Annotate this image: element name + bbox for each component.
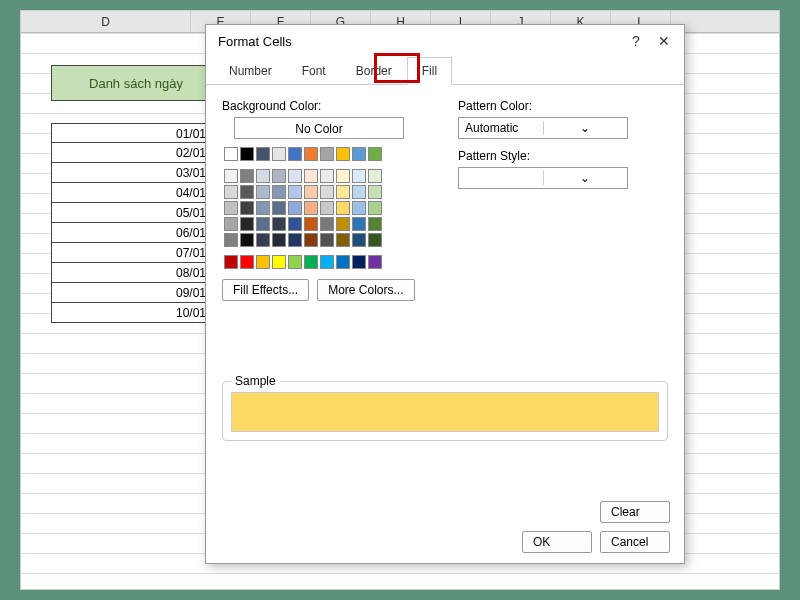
color-swatch[interactable] xyxy=(240,255,254,269)
table-header[interactable]: Danh sách ngày xyxy=(51,65,221,101)
tab-number[interactable]: Number xyxy=(214,57,287,85)
color-swatch[interactable] xyxy=(336,201,350,215)
color-swatch[interactable] xyxy=(224,185,238,199)
color-swatch[interactable] xyxy=(336,217,350,231)
tab-font[interactable]: Font xyxy=(287,57,341,85)
color-swatch[interactable] xyxy=(288,201,302,215)
color-swatch[interactable] xyxy=(352,217,366,231)
color-swatch[interactable] xyxy=(320,169,334,183)
table-row[interactable]: 05/01/2 xyxy=(51,203,221,223)
color-swatch[interactable] xyxy=(304,201,318,215)
color-swatch[interactable] xyxy=(240,169,254,183)
color-swatch[interactable] xyxy=(224,147,238,161)
color-swatch[interactable] xyxy=(240,201,254,215)
color-swatch[interactable] xyxy=(288,233,302,247)
pattern-color-dropdown[interactable]: Automatic ⌄ xyxy=(458,117,628,139)
no-color-button[interactable]: No Color xyxy=(234,117,404,139)
color-swatch[interactable] xyxy=(272,201,286,215)
ok-button[interactable]: OK xyxy=(522,531,592,553)
pattern-style-dropdown[interactable]: ⌄ xyxy=(458,167,628,189)
color-swatch[interactable] xyxy=(224,255,238,269)
table-row[interactable]: 01/01/2 xyxy=(51,123,221,143)
tab-border[interactable]: Border xyxy=(341,57,407,85)
color-swatch[interactable] xyxy=(272,147,286,161)
color-swatch[interactable] xyxy=(288,169,302,183)
color-swatch[interactable] xyxy=(320,147,334,161)
table-row[interactable]: 07/01/2 xyxy=(51,243,221,263)
color-swatch[interactable] xyxy=(320,217,334,231)
color-swatch[interactable] xyxy=(240,233,254,247)
color-swatch[interactable] xyxy=(336,147,350,161)
pattern-color-value: Automatic xyxy=(459,121,543,135)
color-swatch[interactable] xyxy=(224,201,238,215)
dialog-titlebar: Format Cells ? ✕ xyxy=(206,25,684,57)
table-row[interactable]: 03/01/2 xyxy=(51,163,221,183)
color-swatch[interactable] xyxy=(224,169,238,183)
close-button[interactable]: ✕ xyxy=(650,27,678,55)
dialog-tabs: Number Font Border Fill xyxy=(206,57,684,85)
color-swatch[interactable] xyxy=(256,217,270,231)
color-swatch[interactable] xyxy=(352,201,366,215)
color-swatch[interactable] xyxy=(320,255,334,269)
color-swatch[interactable] xyxy=(240,185,254,199)
color-swatch[interactable] xyxy=(272,169,286,183)
table-row[interactable]: 06/01/2 xyxy=(51,223,221,243)
color-swatch[interactable] xyxy=(352,169,366,183)
table-row[interactable]: 02/01/2 xyxy=(51,143,221,163)
color-swatch[interactable] xyxy=(272,217,286,231)
color-swatch[interactable] xyxy=(288,255,302,269)
table-row[interactable]: 08/01/2 xyxy=(51,263,221,283)
color-swatch[interactable] xyxy=(240,147,254,161)
color-swatch[interactable] xyxy=(336,233,350,247)
color-swatch[interactable] xyxy=(304,169,318,183)
color-swatch[interactable] xyxy=(368,255,382,269)
dialog-title: Format Cells xyxy=(218,34,622,49)
color-swatch[interactable] xyxy=(336,255,350,269)
color-swatch[interactable] xyxy=(304,147,318,161)
color-swatch[interactable] xyxy=(304,185,318,199)
help-button[interactable]: ? xyxy=(622,27,650,55)
color-swatch[interactable] xyxy=(320,185,334,199)
color-swatch[interactable] xyxy=(368,185,382,199)
color-swatch[interactable] xyxy=(256,147,270,161)
more-colors-button[interactable]: More Colors... xyxy=(317,279,414,301)
color-swatch[interactable] xyxy=(256,233,270,247)
color-swatch[interactable] xyxy=(352,147,366,161)
color-swatch[interactable] xyxy=(224,217,238,231)
color-swatch[interactable] xyxy=(352,185,366,199)
color-swatch[interactable] xyxy=(288,185,302,199)
color-swatch[interactable] xyxy=(272,185,286,199)
color-swatch[interactable] xyxy=(288,147,302,161)
color-swatch[interactable] xyxy=(368,147,382,161)
color-swatch[interactable] xyxy=(320,201,334,215)
color-swatch[interactable] xyxy=(304,233,318,247)
clear-button[interactable]: Clear xyxy=(600,501,670,523)
fill-effects-button[interactable]: Fill Effects... xyxy=(222,279,309,301)
color-swatch[interactable] xyxy=(352,255,366,269)
table-row[interactable]: 09/01/2 xyxy=(51,283,221,303)
table-row[interactable]: 10/01/2 xyxy=(51,303,221,323)
color-swatch[interactable] xyxy=(288,217,302,231)
color-swatch[interactable] xyxy=(336,185,350,199)
color-swatch[interactable] xyxy=(224,233,238,247)
color-swatch[interactable] xyxy=(368,233,382,247)
color-swatch[interactable] xyxy=(368,217,382,231)
color-swatch[interactable] xyxy=(304,217,318,231)
color-swatch[interactable] xyxy=(256,169,270,183)
column-header[interactable]: D xyxy=(21,11,191,32)
color-swatch[interactable] xyxy=(368,169,382,183)
color-swatch[interactable] xyxy=(320,233,334,247)
color-swatch[interactable] xyxy=(304,255,318,269)
color-swatch[interactable] xyxy=(352,233,366,247)
tab-fill[interactable]: Fill xyxy=(407,57,452,85)
color-swatch[interactable] xyxy=(256,185,270,199)
color-swatch[interactable] xyxy=(336,169,350,183)
cancel-button[interactable]: Cancel xyxy=(600,531,670,553)
color-swatch[interactable] xyxy=(256,255,270,269)
color-swatch[interactable] xyxy=(240,217,254,231)
table-row[interactable]: 04/01/2 xyxy=(51,183,221,203)
color-swatch[interactable] xyxy=(368,201,382,215)
color-swatch[interactable] xyxy=(256,201,270,215)
color-swatch[interactable] xyxy=(272,233,286,247)
color-swatch[interactable] xyxy=(272,255,286,269)
